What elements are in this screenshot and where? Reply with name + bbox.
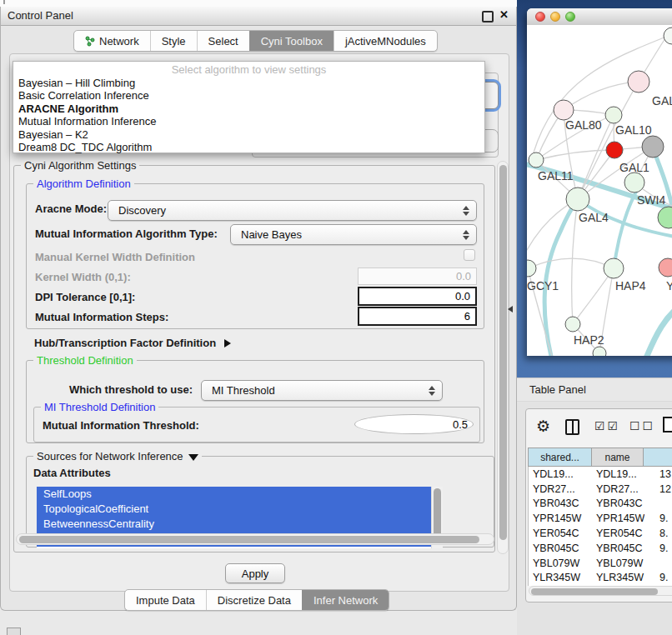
kernel-width-input[interactable]: 0.0	[358, 268, 477, 285]
network-node-swi4[interactable]	[658, 207, 672, 228]
tab-infer-network[interactable]: Infer Network	[302, 590, 389, 610]
network-node-gcy1[interactable]	[527, 260, 536, 277]
kernel-width-label: Kernel Width (0,1):	[35, 271, 131, 283]
network-window-titlebar[interactable]	[527, 8, 672, 26]
network-node-y[interactable]	[659, 258, 672, 277]
table-cell: YDL19...	[529, 468, 593, 480]
dpi-tolerance-input[interactable]: 0.0	[358, 287, 477, 306]
collapse-down-icon[interactable]	[188, 454, 198, 461]
algorithm-option-basic-correlation-inference[interactable]: Basic Correlation Inference	[13, 89, 484, 102]
network-node-gal4[interactable]	[566, 188, 589, 211]
sources-group-title: Sources for Network Inference	[33, 450, 202, 462]
minimize-window-icon[interactable]	[550, 12, 560, 22]
mi-type-select[interactable]: Naive Bayes	[230, 224, 477, 245]
stepper-icon	[429, 386, 435, 396]
network-edge[interactable]	[572, 199, 578, 324]
export-table-icon[interactable]	[663, 417, 672, 432]
network-node-hap2[interactable]	[565, 317, 580, 332]
panel-divider-handle[interactable]	[508, 306, 513, 312]
cyni-algorithm-settings-group: Cyni Algorithm Settings Algorithm Defini…	[13, 165, 495, 552]
network-node-gal[interactable]	[628, 71, 649, 92]
tab-cyni-toolbox[interactable]: Cyni Toolbox	[249, 31, 333, 51]
tab-select[interactable]: Select	[197, 31, 249, 51]
network-node[interactable]	[642, 136, 664, 158]
column-header-shared-name[interactable]: shared...	[528, 448, 592, 467]
node-label: HAP4	[615, 279, 646, 292]
which-threshold-select[interactable]: MI Threshold	[201, 380, 443, 401]
table-cell: 9.	[644, 572, 668, 583]
tab-discretize-data[interactable]: Discretize Data	[206, 590, 302, 610]
tab-label: Cyni Toolbox	[261, 35, 323, 48]
scrollbar-thumb[interactable]	[499, 165, 507, 540]
mi-steps-input[interactable]: 6	[358, 307, 477, 326]
table-row[interactable]: YER054CYER054C8.	[529, 526, 672, 541]
network-canvas[interactable]: GALGAL80GAL10GAL11GAL1GAL4SWI4GCY1HAP4YH…	[527, 25, 672, 356]
attribute-item-betweennesscentrality[interactable]: BetweennessCentrality	[37, 517, 431, 532]
table-cell: 8.	[644, 528, 668, 539]
network-edge-strong[interactable]	[645, 305, 672, 356]
table-row[interactable]: YBR043CYBR043C	[529, 497, 672, 512]
network-node-gal11[interactable]	[529, 152, 544, 168]
network-edge[interactable]	[528, 258, 614, 268]
network-edge-strong[interactable]	[544, 199, 578, 356]
network-node-hap4[interactable]	[604, 258, 624, 278]
table-row[interactable]: YBR045CYBR045C9.	[529, 541, 672, 556]
network-node[interactable]	[593, 347, 606, 356]
network-node[interactable]	[606, 142, 623, 158]
scrollbar-thumb[interactable]	[531, 588, 658, 595]
table-row[interactable]: YBL079WYBL079W	[529, 556, 672, 571]
table-row[interactable]: YLR345WYLR345W9.	[529, 571, 672, 586]
tab-impute-data[interactable]: Impute Data	[125, 590, 206, 610]
float-panel-icon[interactable]	[482, 11, 494, 22]
deselect-all-icon[interactable]: ☐☐	[629, 419, 655, 432]
table-body: YDL19...YDL19...13YDR27...YDR27...12YBR0…	[528, 467, 672, 586]
minimized-panel-icon[interactable]	[7, 628, 21, 635]
network-node-gal1[interactable]	[624, 172, 644, 192]
table-row[interactable]: YDL19...YDL19...13	[529, 467, 672, 482]
close-panel-icon[interactable]: ✕	[499, 8, 509, 21]
node-label: GAL80	[565, 118, 602, 132]
select-all-icon[interactable]: ☑☑	[594, 419, 620, 432]
aracne-mode-select[interactable]: Discovery	[108, 200, 477, 221]
settings-horizontal-scrollbar[interactable]	[16, 533, 494, 545]
stepper-icon	[463, 230, 469, 240]
table-cell: YLR345W	[593, 572, 644, 583]
apply-button[interactable]: Apply	[225, 563, 285, 583]
columns-icon[interactable]	[565, 419, 579, 435]
control-panel-window: Control Panel ✕ NetworkStyleSelectCyni T…	[0, 7, 517, 611]
panel-title: Control Panel	[8, 9, 73, 22]
manual-kernel-checkbox[interactable]	[464, 249, 475, 261]
tab-style[interactable]: Style	[150, 31, 197, 51]
algorithm-option-mutual-information-inference[interactable]: Mutual Information Inference	[13, 115, 484, 128]
tab-network[interactable]: Network	[74, 31, 150, 51]
table-row[interactable]: YPR145WYPR145W9.	[529, 511, 672, 526]
algorithm-option-bayesian-k2[interactable]: Bayesian – K2	[13, 128, 484, 141]
tab-jactivemnodules[interactable]: jActiveMNodules	[333, 31, 437, 51]
settings-vertical-scrollbar[interactable]	[497, 161, 509, 554]
threshold-definition-group: Threshold Definition Which threshold to …	[26, 360, 484, 443]
table-horizontal-scrollbar[interactable]	[529, 586, 672, 596]
tab-label: Impute Data	[136, 594, 195, 607]
network-node-gal10[interactable]	[605, 107, 622, 123]
attribute-item-selfloops[interactable]: SelfLoops	[37, 487, 431, 502]
algorithm-dropdown-popup: Select algorithm to view settings Bayesi…	[13, 61, 485, 153]
attribute-item-topologicalcoefficient[interactable]: TopologicalCoefficient	[37, 502, 431, 517]
column-header-partial[interactable]	[644, 448, 672, 467]
table-cell: YDR27...	[593, 483, 644, 495]
zoom-window-icon[interactable]	[565, 12, 575, 22]
gear-icon[interactable]: ⚙	[536, 416, 550, 438]
close-window-icon[interactable]	[535, 12, 545, 22]
table-row[interactable]: YDR27...YDR27...12	[529, 482, 672, 497]
algorithm-option-dream8-dc-tdc-algorithm[interactable]: Dream8 DC_TDC Algorithm	[13, 141, 484, 153]
scrollbar-thumb[interactable]	[19, 536, 479, 543]
mi-threshold-label: Mutual Information Threshold:	[43, 419, 199, 432]
network-node[interactable]	[664, 28, 672, 44]
algorithm-option-bayesian-hill-climbing[interactable]: Bayesian – Hill Climbing	[13, 77, 484, 89]
mi-threshold-input[interactable]: 0.5	[354, 414, 474, 434]
hub-definition-expander[interactable]: Hub/Transcription Factor Definition	[34, 335, 231, 350]
tab-label: Style	[162, 35, 186, 48]
algorithm-option-aracne-algorithm[interactable]: ARACNE Algorithm	[13, 102, 484, 115]
column-header-name[interactable]: name	[592, 448, 644, 467]
network-node-gal80[interactable]	[554, 100, 574, 120]
control-panel-tab-bar: NetworkStyleSelectCyni ToolboxjActiveMNo…	[73, 30, 438, 52]
